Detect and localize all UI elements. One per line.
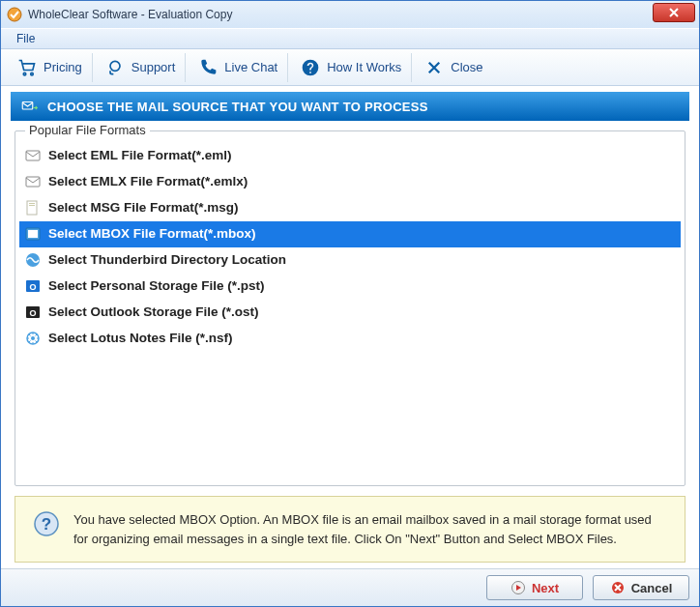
formats-list: Select EML File Format(*.eml)Select EMLX…	[19, 143, 681, 352]
svg-text:O: O	[29, 308, 36, 318]
play-icon	[510, 580, 526, 595]
fieldset-legend: Popular File Formats	[25, 123, 150, 137]
next-button[interactable]: Next	[486, 575, 583, 600]
format-label: Select Lotus Notes File (*.nsf)	[48, 328, 233, 350]
pricing-button[interactable]: Pricing	[7, 53, 93, 82]
cancel-label: Cancel	[631, 581, 673, 595]
question-icon	[300, 57, 321, 78]
format-option[interactable]: Select MSG File Format(*.msg)	[19, 195, 681, 221]
format-label: Select EML File Format(*.eml)	[48, 145, 232, 167]
format-label: Select Outlook Storage File (*.ost)	[48, 302, 259, 324]
format-label: Select MSG File Format(*.msg)	[48, 197, 239, 219]
main-content: Popular File Formats Select EML File For…	[1, 121, 699, 568]
format-label: Select EMLX File Format(*.emlx)	[48, 171, 248, 193]
emlx-icon	[25, 174, 41, 189]
format-option[interactable]: Select MBOX File Format(*.mbox)	[19, 221, 681, 247]
svg-point-0	[8, 8, 21, 21]
svg-rect-8	[29, 203, 35, 204]
eml-icon	[25, 148, 41, 163]
title-bar: WholeClear Software - Evaluation Copy	[1, 1, 699, 28]
cart-icon	[16, 57, 38, 78]
svg-text:O: O	[29, 282, 36, 292]
help-icon: ?	[33, 510, 60, 537]
howitworks-label: How It Works	[327, 60, 401, 74]
banner-text: CHOOSE THE MAIL SOURCE THAT YOU WANT TO …	[47, 100, 428, 114]
phone-icon	[197, 57, 219, 78]
format-option[interactable]: OSelect Outlook Storage File (*.ost)	[19, 300, 681, 326]
svg-rect-11	[28, 230, 38, 238]
formats-fieldset: Popular File Formats Select EML File For…	[15, 130, 685, 486]
menu-file[interactable]: File	[11, 30, 41, 47]
format-option[interactable]: Select Thunderbird Directory Location	[19, 247, 681, 274]
msg-icon	[25, 200, 41, 216]
info-panel: ? You have selected MBOX Option. An MBOX…	[15, 496, 685, 563]
cancel-button[interactable]: Cancel	[593, 575, 689, 600]
close-button[interactable]: Close	[414, 53, 492, 82]
ost-icon: O	[25, 304, 41, 320]
support-button[interactable]: Support	[95, 53, 187, 82]
window-close-button[interactable]	[653, 3, 695, 22]
next-label: Next	[532, 581, 559, 595]
format-option[interactable]: Select EML File Format(*.eml)	[19, 143, 681, 169]
format-label: Select MBOX File Format(*.mbox)	[48, 223, 256, 246]
svg-point-18	[31, 336, 35, 340]
format-option[interactable]: Select EMLX File Format(*.emlx)	[19, 169, 681, 195]
close-icon	[668, 8, 680, 17]
pst-icon: O	[25, 278, 41, 294]
pricing-label: Pricing	[44, 60, 82, 74]
app-window: WholeClear Software - Evaluation Copy Fi…	[0, 0, 700, 607]
menu-bar: File	[1, 28, 699, 49]
nsf-icon	[25, 331, 41, 346]
svg-text:?: ?	[42, 515, 51, 534]
svg-point-2	[31, 72, 34, 75]
window-title: WholeClear Software - Evaluation Copy	[28, 8, 232, 21]
svg-point-3	[110, 61, 120, 71]
mbox-icon	[25, 226, 41, 242]
format-label: Select Thunderbird Directory Location	[48, 249, 286, 272]
x-icon	[423, 57, 445, 78]
app-logo-icon	[7, 7, 22, 22]
instruction-banner: CHOOSE THE MAIL SOURCE THAT YOU WANT TO …	[11, 92, 689, 121]
svg-point-1	[23, 72, 26, 75]
support-label: Support	[131, 60, 176, 74]
cancel-icon	[610, 580, 626, 595]
format-option[interactable]: Select Lotus Notes File (*.nsf)	[19, 326, 681, 352]
svg-rect-6	[26, 177, 40, 187]
svg-rect-9	[29, 205, 35, 206]
livechat-button[interactable]: Live Chat	[188, 53, 288, 82]
svg-rect-5	[26, 151, 40, 160]
svg-rect-4	[22, 102, 33, 110]
format-option[interactable]: OSelect Personal Storage File (*.pst)	[19, 274, 681, 300]
toolbar: Pricing Support Live Chat How It Works C…	[1, 49, 699, 86]
footer: Next Cancel	[1, 568, 699, 606]
mail-arrow-icon	[20, 98, 38, 115]
info-text: You have selected MBOX Option. An MBOX f…	[73, 510, 667, 548]
thunderbird-icon	[25, 252, 41, 268]
headset-icon	[104, 57, 126, 78]
close-label: Close	[451, 60, 482, 74]
format-label: Select Personal Storage File (*.pst)	[48, 275, 265, 298]
howitworks-button[interactable]: How It Works	[290, 53, 412, 82]
livechat-label: Live Chat	[224, 60, 277, 74]
